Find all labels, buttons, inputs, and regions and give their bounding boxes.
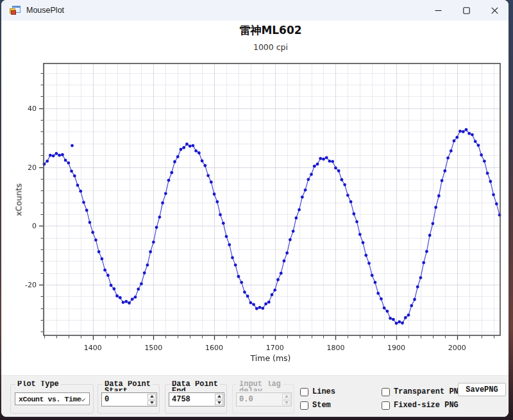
data-point-end-stepper[interactable]: 4758: [169, 392, 224, 407]
end-spin-down-button[interactable]: [215, 400, 223, 406]
data-point-start-label: Data PointStart: [103, 381, 153, 391]
lag-spin-down-button: [282, 400, 290, 406]
end-spin-up-button[interactable]: [215, 394, 223, 399]
arrow-down-icon: [150, 401, 154, 404]
lag-spin-up-button: [282, 394, 290, 399]
data-point-end-value: 4758: [169, 393, 214, 406]
data-point-start-group: Data PointStart 0: [97, 384, 160, 414]
stem-checkbox[interactable]: [300, 401, 308, 410]
control-panel: Plot Type xCount vs. Time Data PointStar…: [1, 375, 509, 417]
arrow-down-icon: [285, 401, 289, 404]
input-lag-value: 0.0: [237, 393, 282, 406]
minimize-button[interactable]: [424, 0, 452, 21]
maximize-button[interactable]: [452, 0, 480, 21]
mouseplot-window: MousePlot 雷神ML602 1000 cpi Time (m: [1, 0, 509, 417]
transparent-png-checkbox-row: Transparent PNG: [382, 387, 463, 396]
stem-checkbox-row: Stem: [300, 401, 331, 410]
maximize-icon: [463, 7, 470, 14]
fixed-size-png-checkbox-label: Fixed-size PNG: [394, 401, 458, 410]
start-spin-up-button[interactable]: [147, 394, 156, 399]
data-point-start-stepper[interactable]: 0: [101, 392, 157, 407]
transparent-png-checkbox[interactable]: [382, 388, 390, 396]
app-icon: [10, 6, 21, 15]
plot-type-value: xCount vs. Time: [15, 395, 81, 403]
lines-checkbox-row: Lines: [300, 387, 335, 396]
arrow-up-icon: [285, 395, 289, 398]
save-png-button[interactable]: SavePNG: [458, 383, 506, 396]
plot-type-label: Plot Type: [15, 381, 61, 389]
lines-checkbox-label: Lines: [312, 387, 335, 396]
lines-checkbox[interactable]: [300, 388, 308, 396]
data-point-end-group: Data PointEnd 4758: [165, 384, 227, 414]
transparent-png-checkbox-label: Transparent PNG: [394, 387, 463, 396]
close-icon: [491, 7, 498, 14]
data-point-end-label: Data PointEnd: [170, 381, 220, 391]
close-button[interactable]: [480, 0, 509, 21]
y-axis-label: xCounts: [14, 165, 24, 235]
input-lag-stepper: 0.0: [236, 392, 292, 407]
chart-area: 雷神ML602 1000 cpi Time (ms) xCounts: [1, 21, 509, 375]
x-axis-label: Time (ms): [1, 353, 509, 363]
title-bar: MousePlot: [1, 0, 509, 21]
window-title: MousePlot: [26, 6, 64, 15]
plot-type-group: Plot Type xCount vs. Time: [10, 384, 94, 414]
start-spin-down-button[interactable]: [147, 400, 156, 406]
chart-title: 雷神ML602: [1, 23, 509, 38]
fixed-size-png-checkbox-row: Fixed-size PNG: [382, 401, 458, 410]
desktop-background: { "window": { "title": "MousePlot", "but…: [0, 0, 513, 420]
input-lag-group: Input lagdelay 0.0: [232, 384, 294, 414]
plot-type-dropdown[interactable]: xCount vs. Time: [15, 392, 90, 405]
plot-canvas: [1, 56, 509, 364]
stem-checkbox-label: Stem: [312, 401, 331, 410]
chart-subtitle: 1000 cpi: [1, 42, 509, 52]
arrow-up-icon: [150, 395, 154, 398]
arrow-up-icon: [217, 395, 221, 398]
fixed-size-png-checkbox[interactable]: [382, 401, 390, 410]
arrow-down-icon: [217, 401, 221, 404]
input-lag-label: Input lagdelay: [237, 381, 283, 391]
data-point-start-value: 0: [102, 393, 147, 406]
minimize-icon: [435, 7, 442, 14]
